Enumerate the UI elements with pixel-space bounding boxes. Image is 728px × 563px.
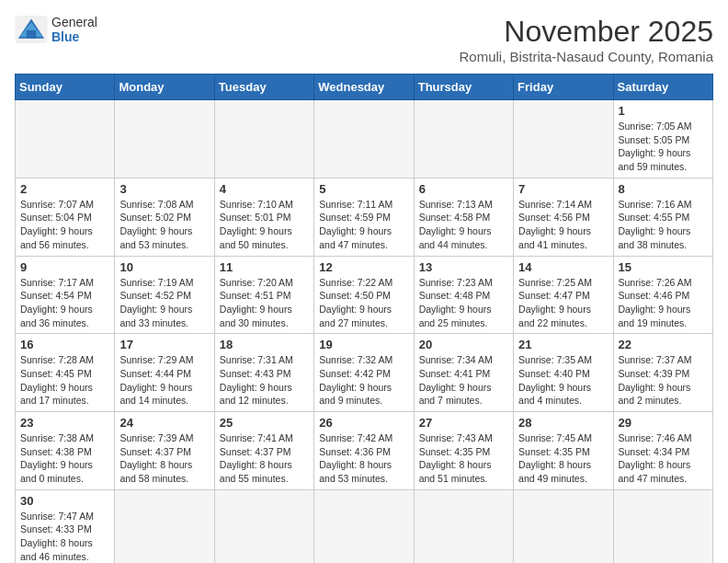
month-title: November 2025 <box>460 15 714 49</box>
day-cell <box>115 489 214 563</box>
day-cell: 29Sunrise: 7:46 AM Sunset: 4:34 PM Dayli… <box>613 412 712 490</box>
day-number: 24 <box>119 416 209 430</box>
day-number: 8 <box>619 182 708 196</box>
day-info: Sunrise: 7:22 AM Sunset: 4:50 PM Dayligh… <box>319 276 408 330</box>
day-number: 13 <box>419 260 508 274</box>
day-info: Sunrise: 7:31 AM Sunset: 4:43 PM Dayligh… <box>220 353 309 408</box>
day-cell: 4Sunrise: 7:10 AM Sunset: 5:01 PM Daylig… <box>214 178 313 256</box>
day-cell: 30Sunrise: 7:47 AM Sunset: 4:33 PM Dayli… <box>16 489 115 563</box>
weekday-header-thursday: Thursday <box>414 75 513 100</box>
day-number: 14 <box>518 260 608 274</box>
day-cell: 20Sunrise: 7:34 AM Sunset: 4:41 PM Dayli… <box>414 334 513 412</box>
logo-text: General Blue <box>51 15 97 44</box>
day-cell <box>414 100 513 178</box>
day-cell: 6Sunrise: 7:13 AM Sunset: 4:58 PM Daylig… <box>414 178 513 256</box>
weekday-header-saturday: Saturday <box>613 75 712 100</box>
day-cell <box>314 489 414 563</box>
day-cell: 19Sunrise: 7:32 AM Sunset: 4:42 PM Dayli… <box>314 334 414 412</box>
week-row-3: 9Sunrise: 7:17 AM Sunset: 4:54 PM Daylig… <box>16 256 713 334</box>
day-info: Sunrise: 7:32 AM Sunset: 4:42 PM Dayligh… <box>319 353 408 408</box>
day-cell: 14Sunrise: 7:25 AM Sunset: 4:47 PM Dayli… <box>514 256 613 334</box>
day-info: Sunrise: 7:26 AM Sunset: 4:46 PM Dayligh… <box>619 276 708 330</box>
day-cell: 23Sunrise: 7:38 AM Sunset: 4:38 PM Dayli… <box>16 412 115 490</box>
day-cell: 17Sunrise: 7:29 AM Sunset: 4:44 PM Dayli… <box>115 334 214 412</box>
day-number: 18 <box>220 338 309 351</box>
day-cell: 8Sunrise: 7:16 AM Sunset: 4:55 PM Daylig… <box>613 178 712 256</box>
day-info: Sunrise: 7:05 AM Sunset: 5:05 PM Dayligh… <box>619 120 708 174</box>
day-cell: 25Sunrise: 7:41 AM Sunset: 4:37 PM Dayli… <box>214 412 313 490</box>
day-cell: 13Sunrise: 7:23 AM Sunset: 4:48 PM Dayli… <box>414 256 513 334</box>
day-cell: 22Sunrise: 7:37 AM Sunset: 4:39 PM Dayli… <box>613 334 712 412</box>
svg-rect-3 <box>27 30 37 39</box>
day-info: Sunrise: 7:10 AM Sunset: 5:01 PM Dayligh… <box>220 198 309 252</box>
day-info: Sunrise: 7:47 AM Sunset: 4:33 PM Dayligh… <box>20 510 109 563</box>
title-area: November 2025 Romuli, Bistrita-Nasaud Co… <box>460 15 714 64</box>
day-number: 21 <box>518 338 608 351</box>
day-cell: 21Sunrise: 7:35 AM Sunset: 4:40 PM Dayli… <box>514 334 613 412</box>
day-info: Sunrise: 7:28 AM Sunset: 4:45 PM Dayligh… <box>20 353 109 408</box>
weekday-header-sunday: Sunday <box>16 75 115 100</box>
day-info: Sunrise: 7:08 AM Sunset: 5:02 PM Dayligh… <box>119 198 209 252</box>
day-cell <box>414 489 513 563</box>
day-cell: 15Sunrise: 7:26 AM Sunset: 4:46 PM Dayli… <box>613 256 712 334</box>
day-number: 12 <box>319 260 408 274</box>
day-cell: 18Sunrise: 7:31 AM Sunset: 4:43 PM Dayli… <box>214 334 313 412</box>
day-info: Sunrise: 7:13 AM Sunset: 4:58 PM Dayligh… <box>419 198 508 252</box>
day-cell: 2Sunrise: 7:07 AM Sunset: 5:04 PM Daylig… <box>16 178 115 256</box>
day-number: 4 <box>220 182 309 196</box>
day-number: 20 <box>419 338 508 351</box>
day-cell: 11Sunrise: 7:20 AM Sunset: 4:51 PM Dayli… <box>214 256 313 334</box>
day-info: Sunrise: 7:38 AM Sunset: 4:38 PM Dayligh… <box>20 431 109 486</box>
calendar: SundayMondayTuesdayWednesdayThursdayFrid… <box>15 74 713 563</box>
day-number: 29 <box>619 416 708 430</box>
day-info: Sunrise: 7:11 AM Sunset: 4:59 PM Dayligh… <box>319 198 408 252</box>
day-info: Sunrise: 7:45 AM Sunset: 4:35 PM Dayligh… <box>518 431 608 486</box>
day-number: 7 <box>518 182 608 196</box>
day-number: 27 <box>419 416 508 430</box>
day-cell: 26Sunrise: 7:42 AM Sunset: 4:36 PM Dayli… <box>314 412 414 490</box>
day-info: Sunrise: 7:39 AM Sunset: 4:37 PM Dayligh… <box>119 431 209 486</box>
day-number: 28 <box>518 416 608 430</box>
day-info: Sunrise: 7:37 AM Sunset: 4:39 PM Dayligh… <box>619 353 708 408</box>
header: General Blue November 2025 Romuli, Bistr… <box>15 15 713 64</box>
weekday-header-row: SundayMondayTuesdayWednesdayThursdayFrid… <box>16 75 713 100</box>
location-title: Romuli, Bistrita-Nasaud County, Romania <box>460 49 714 64</box>
day-info: Sunrise: 7:43 AM Sunset: 4:35 PM Dayligh… <box>419 431 508 486</box>
day-number: 11 <box>220 260 309 274</box>
day-info: Sunrise: 7:34 AM Sunset: 4:41 PM Dayligh… <box>419 353 508 408</box>
day-cell: 9Sunrise: 7:17 AM Sunset: 4:54 PM Daylig… <box>16 256 115 334</box>
day-number: 2 <box>20 182 109 196</box>
day-info: Sunrise: 7:25 AM Sunset: 4:47 PM Dayligh… <box>518 276 608 330</box>
day-cell <box>16 100 115 178</box>
day-cell <box>214 489 313 563</box>
day-info: Sunrise: 7:19 AM Sunset: 4:52 PM Dayligh… <box>119 276 209 330</box>
day-cell: 27Sunrise: 7:43 AM Sunset: 4:35 PM Dayli… <box>414 412 513 490</box>
day-info: Sunrise: 7:20 AM Sunset: 4:51 PM Dayligh… <box>220 276 309 330</box>
day-number: 5 <box>319 182 408 196</box>
day-number: 3 <box>119 182 209 196</box>
day-cell: 16Sunrise: 7:28 AM Sunset: 4:45 PM Dayli… <box>16 334 115 412</box>
day-number: 30 <box>20 494 109 508</box>
day-info: Sunrise: 7:29 AM Sunset: 4:44 PM Dayligh… <box>119 353 209 408</box>
day-number: 25 <box>220 416 309 430</box>
day-number: 23 <box>20 416 109 430</box>
day-info: Sunrise: 7:23 AM Sunset: 4:48 PM Dayligh… <box>419 276 508 330</box>
weekday-header-wednesday: Wednesday <box>314 75 414 100</box>
logo-icon <box>15 16 48 43</box>
day-cell: 3Sunrise: 7:08 AM Sunset: 5:02 PM Daylig… <box>115 178 214 256</box>
day-info: Sunrise: 7:41 AM Sunset: 4:37 PM Dayligh… <box>220 431 309 486</box>
day-number: 9 <box>20 260 109 274</box>
week-row-1: 1Sunrise: 7:05 AM Sunset: 5:05 PM Daylig… <box>16 100 713 178</box>
day-info: Sunrise: 7:46 AM Sunset: 4:34 PM Dayligh… <box>619 431 708 486</box>
week-row-2: 2Sunrise: 7:07 AM Sunset: 5:04 PM Daylig… <box>16 178 713 256</box>
day-number: 10 <box>119 260 209 274</box>
weekday-header-tuesday: Tuesday <box>214 75 313 100</box>
logo: General Blue <box>15 15 97 44</box>
day-number: 17 <box>119 338 209 351</box>
day-number: 15 <box>619 260 708 274</box>
day-info: Sunrise: 7:17 AM Sunset: 4:54 PM Dayligh… <box>20 276 109 330</box>
week-row-6: 30Sunrise: 7:47 AM Sunset: 4:33 PM Dayli… <box>16 489 713 563</box>
day-cell: 28Sunrise: 7:45 AM Sunset: 4:35 PM Dayli… <box>514 412 613 490</box>
day-info: Sunrise: 7:07 AM Sunset: 5:04 PM Dayligh… <box>20 198 109 252</box>
day-info: Sunrise: 7:16 AM Sunset: 4:55 PM Dayligh… <box>619 198 708 252</box>
